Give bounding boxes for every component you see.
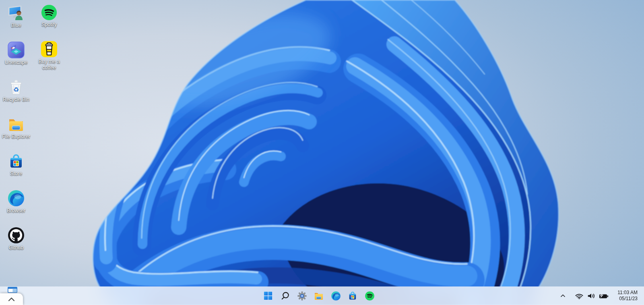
recycle-bin-icon [7, 78, 25, 96]
taskbar: 11:03 AM 05/11/23 [0, 286, 644, 305]
taskbar-spotify-button[interactable] [362, 288, 377, 304]
taskbar-center [261, 286, 377, 305]
hidden-icons-button[interactable] [559, 291, 567, 300]
windows-desktop: ♻ [0, 0, 644, 305]
taskbar-store-button[interactable] [345, 288, 360, 304]
desktop-icon-buy-me-a-coffee[interactable]: Buy me a coffee [33, 40, 65, 71]
desktop-icon-label: File Explorer [2, 134, 30, 140]
desktop-icon-blue[interactable]: Blue [0, 4, 32, 29]
chevron-up-icon [560, 294, 566, 298]
desktop-icon-store[interactable]: Store [0, 152, 32, 177]
store-bag-icon [347, 290, 358, 301]
desktop-icon-label: Browser [7, 208, 25, 214]
store-bag-icon [7, 152, 25, 170]
coffee-cup-icon [40, 40, 58, 58]
spotify-icon [365, 291, 375, 301]
taskbar-settings-button[interactable] [295, 288, 309, 304]
desktop-icon-label: Buy me a coffee [34, 59, 64, 71]
desktop-icon-browser[interactable]: Browser [0, 189, 32, 214]
desktop-icon-label: Recycle Bin [3, 97, 29, 103]
search-icon [281, 291, 290, 301]
window-icon [8, 287, 17, 293]
desktop-icon-label: Spotify [41, 22, 57, 28]
desktop-icon-label: Blue [11, 23, 21, 29]
edge-icon [331, 291, 341, 301]
desktop-icon-unescape[interactable]: Unescape [0, 41, 32, 66]
wifi-icon [575, 293, 584, 299]
desktop-icon-spotify[interactable]: Spotify [33, 4, 65, 28]
desktop-icon-label: Store [10, 171, 22, 177]
windows-start-icon [264, 291, 272, 300]
github-icon [7, 226, 25, 244]
clock-date: 05/11/23 [617, 296, 638, 302]
wallpaper-bloom [0, 0, 644, 305]
desktop-icon-label: Unescape [5, 60, 27, 66]
desktop-icon-recycle-bin[interactable]: Recycle Bin [0, 78, 32, 103]
folder-icon [7, 115, 25, 133]
taskbar-edge-button[interactable] [328, 288, 343, 304]
clock-time: 11:03 AM [617, 290, 638, 296]
unescape-room-icon [7, 41, 25, 59]
desktop-icon-file-explorer[interactable]: File Explorer [0, 115, 32, 140]
battery-charging-icon [599, 293, 609, 299]
taskbar-start-button[interactable] [261, 288, 275, 304]
gear-icon [297, 291, 307, 301]
volume-icon [587, 293, 596, 299]
desktop-icon-github[interactable]: Github [0, 226, 32, 251]
system-tray: 11:03 AM 05/11/23 [559, 286, 639, 305]
spotify-icon [41, 4, 58, 21]
taskbar-file-explorer-button[interactable] [312, 288, 326, 304]
desktop-icon-label: Github [9, 245, 24, 251]
edge-icon [7, 189, 25, 207]
chevron-up-icon [8, 297, 15, 302]
corner-flyout-panel[interactable] [0, 293, 23, 305]
user-monitor-icon [6, 4, 26, 22]
network-volume-battery-button[interactable] [573, 290, 611, 302]
folder-icon [314, 290, 324, 301]
taskbar-clock[interactable]: 11:03 AM 05/11/23 [616, 288, 639, 303]
taskbar-search-button[interactable] [278, 288, 292, 304]
